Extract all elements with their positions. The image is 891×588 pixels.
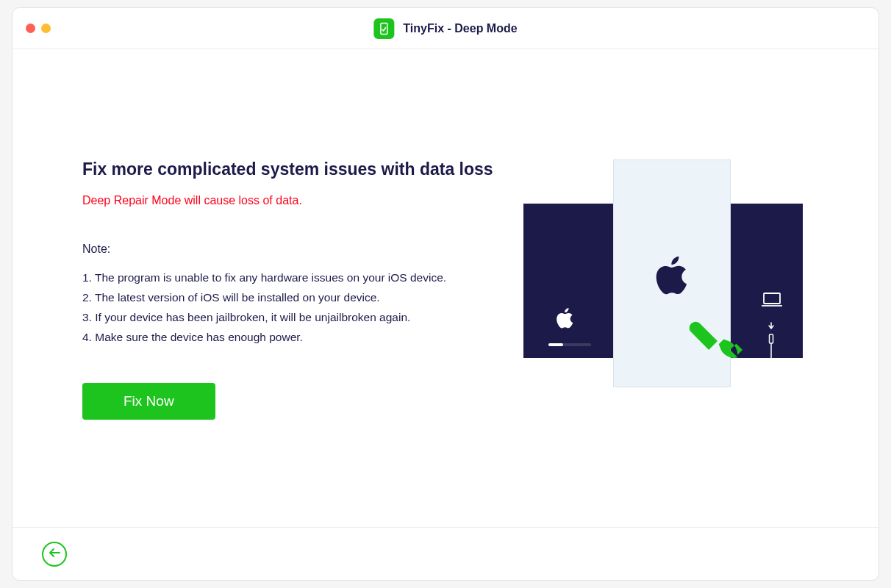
content-area: Fix more complicated system issues with … [12,49,879,527]
window-controls [26,24,51,33]
progress-fill [548,343,563,346]
warning-text: Deep Repair Mode will cause loss of data… [82,194,494,207]
back-arrow-icon [49,548,60,560]
svg-rect-1 [764,293,780,304]
apple-icon [652,254,690,301]
device-illustration [523,159,803,387]
notes-list: 1. The program is unable to fix any hard… [82,268,494,348]
footer [12,527,879,580]
wrench-icon [680,316,742,381]
note-label: Note: [82,243,494,256]
illustration-left-panel [523,204,615,358]
title-center: TinyFix - Deep Mode [373,18,517,39]
minimize-window-button[interactable] [41,24,51,33]
apple-icon [554,306,575,333]
titlebar: TinyFix - Deep Mode [12,8,879,49]
window-title: TinyFix - Deep Mode [403,22,517,35]
svg-rect-3 [770,334,773,343]
laptop-icon [762,292,782,311]
fix-now-button[interactable]: Fix Now [82,383,215,420]
note-item: 4. Make sure the device has enough power… [82,327,494,347]
cable-icon [767,321,775,398]
app-icon [373,18,394,39]
page-heading: Fix more complicated system issues with … [82,159,494,179]
note-item: 1. The program is unable to fix any hard… [82,268,494,287]
back-button[interactable] [42,542,67,567]
app-window: TinyFix - Deep Mode Fix more complicated… [12,7,879,581]
illustration-panel [523,159,803,527]
svg-rect-0 [381,23,387,34]
close-window-button[interactable] [26,24,35,33]
left-panel: Fix more complicated system issues with … [82,159,494,527]
progress-bar [548,343,591,346]
note-item: 2. The latest version of iOS will be ins… [82,287,494,307]
note-item: 3. If your device has been jailbroken, i… [82,307,494,327]
